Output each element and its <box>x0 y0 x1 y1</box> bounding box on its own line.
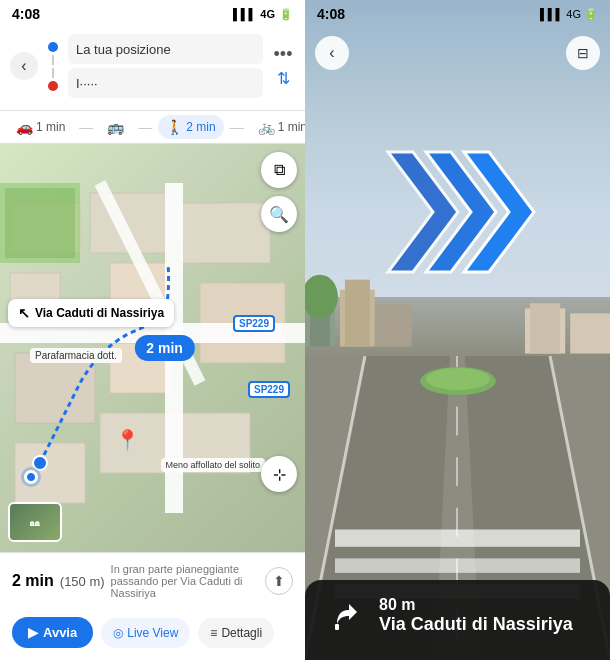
left-panel: 4:08 ▌▌▌ 4G 🔋 ‹ La tua posizione <box>0 0 305 660</box>
signal-icon: ▌▌▌ <box>233 8 256 20</box>
avvia-button[interactable]: ▶ Avvia <box>12 617 93 648</box>
search-row: ‹ La tua posizione I····· ••• <box>10 34 295 98</box>
svg-rect-21 <box>375 304 412 346</box>
right-panel: 4:08 ▌▌▌ 4G 🔋 ‹ ⊟ 80 m Via Caduti di Nas… <box>305 0 610 660</box>
network-right: 4G <box>566 8 581 20</box>
liveview-button[interactable]: ◎ Live View <box>101 618 190 648</box>
avvia-label: Avvia <box>43 625 77 640</box>
destination-input[interactable]: I····· <box>68 68 263 98</box>
layers-icon: ⧉ <box>274 161 285 179</box>
mode-car[interactable]: 🚗 1 min <box>8 115 73 139</box>
street-view-thumbnail[interactable]: 🏘 <box>8 502 62 542</box>
search-bar: ‹ La tua posizione I····· ••• <box>0 28 305 111</box>
sp229-text-2: SP229 <box>254 384 284 395</box>
direction-label: ↖ Via Caduti di Nassiriya <box>8 299 174 327</box>
mode-bike[interactable]: 🚲 1 min <box>250 115 305 139</box>
navigation-card: 80 m Via Caduti di Nassiriya <box>305 580 610 660</box>
action-bar: ▶ Avvia ◎ Live View ≡ Dettagli <box>0 609 305 660</box>
time-bubble-text: 2 min <box>146 340 183 356</box>
svg-rect-24 <box>570 313 610 353</box>
svg-rect-0 <box>10 203 80 253</box>
compass-icon: ⊹ <box>273 465 286 484</box>
share-icon: ⬆ <box>273 573 285 589</box>
route-line2 <box>52 68 54 78</box>
car-icon: 🚗 <box>16 119 33 135</box>
origin-dot <box>48 42 58 52</box>
mode-transit[interactable]: 🚌 <box>99 115 132 139</box>
origin-text: La tua posizione <box>76 42 171 57</box>
signal-bars-right: ▌▌▌ <box>540 8 563 20</box>
menu-icon-right: ⊟ <box>577 45 589 61</box>
network-icon: 4G <box>260 8 275 20</box>
turn-icon: ↖ <box>18 305 30 321</box>
svg-rect-23 <box>530 303 560 353</box>
crowd-label: Meno affollato del solito <box>161 458 265 472</box>
status-icons-left: ▌▌▌ 4G 🔋 <box>233 8 293 21</box>
travel-distance: (150 m) <box>60 574 105 589</box>
separator2: — <box>138 119 152 135</box>
back-button-left[interactable]: ‹ <box>10 52 38 80</box>
travel-time: 2 min <box>12 572 54 590</box>
svg-rect-5 <box>180 203 270 263</box>
more-icon: ••• <box>274 44 293 64</box>
walk-icon: 🚶 <box>166 119 183 135</box>
liveview-label: Live View <box>127 626 178 640</box>
sp229-badge-2: SP229 <box>248 381 290 398</box>
more-button[interactable]: ••• <box>271 44 295 65</box>
svg-point-15 <box>33 456 47 470</box>
nav-distance: 80 m <box>379 596 590 614</box>
origin-input[interactable]: La tua posizione <box>68 34 263 64</box>
svg-rect-1 <box>90 193 170 253</box>
menu-button-right[interactable]: ⊟ <box>566 36 600 70</box>
map-background: ↖ Via Caduti di Nassiriya 2 min SP229 SP… <box>0 144 305 552</box>
status-bar-right: 4:08 ▌▌▌ 4G 🔋 <box>305 0 610 28</box>
dettagli-button[interactable]: ≡ Dettagli <box>198 618 274 648</box>
transport-modes: 🚗 1 min — 🚌 — 🚶 2 min — 🚲 1 min — ✈ <box>0 111 305 144</box>
walk-time: 2 min <box>186 120 215 134</box>
share-button[interactable]: ⬆ <box>265 567 293 595</box>
liveview-icon: ◎ <box>113 626 123 640</box>
bus-icon: 🚌 <box>107 119 124 135</box>
svg-rect-36 <box>335 624 339 630</box>
pharmacy-text: Parafarmacia dott. <box>35 350 117 361</box>
route-dots <box>46 42 60 91</box>
status-time-left: 4:08 <box>12 6 40 22</box>
battery-icon: 🔋 <box>279 8 293 21</box>
svg-rect-10 <box>0 183 80 263</box>
back-icon-right: ‹ <box>329 44 334 62</box>
nav-street-name: Via Caduti di Nassiriya <box>379 614 590 636</box>
battery-right: 🔋 <box>584 8 598 21</box>
svg-rect-11 <box>5 188 75 258</box>
map-search-button[interactable]: 🔍 <box>261 196 297 232</box>
sp229-text-1: SP229 <box>239 318 269 329</box>
navigate-button[interactable]: ⊹ <box>261 456 297 492</box>
turn-right-icon-svg <box>329 600 361 632</box>
turn-direction-icon <box>325 596 365 636</box>
bike-icon: 🚲 <box>258 119 275 135</box>
route-line <box>52 55 54 65</box>
roundabout <box>418 366 498 396</box>
nav-info-block: 80 m Via Caduti di Nassiriya <box>379 596 590 635</box>
svg-rect-20 <box>345 279 370 346</box>
info-main-row: 2 min (150 m) In gran parte pianeggiante… <box>12 563 293 599</box>
mode-walk[interactable]: 🚶 2 min <box>158 115 223 139</box>
bike-time: 1 min <box>278 120 305 134</box>
pharmacy-label: Parafarmacia dott. <box>30 348 122 363</box>
map-area[interactable]: ↖ Via Caduti di Nassiriya 2 min SP229 SP… <box>0 144 305 552</box>
separator3: — <box>230 119 244 135</box>
dettagli-label: Dettagli <box>221 626 262 640</box>
back-button-right[interactable]: ‹ <box>315 36 349 70</box>
live-view-background <box>305 0 610 660</box>
swap-icon: ⇅ <box>277 70 290 87</box>
svg-point-35 <box>426 368 490 390</box>
status-icons-right: ▌▌▌ 4G 🔋 <box>540 8 598 21</box>
status-bar-left: 4:08 ▌▌▌ 4G 🔋 <box>0 0 305 28</box>
layers-button[interactable]: ⧉ <box>261 152 297 188</box>
swap-button[interactable]: ⇅ <box>271 69 295 88</box>
separator1: — <box>79 119 93 135</box>
crowd-text: Meno affollato del solito <box>166 460 260 470</box>
current-location-dot <box>24 470 38 484</box>
ar-arrows <box>378 132 538 292</box>
time-bubble: 2 min <box>134 335 195 361</box>
status-time-right: 4:08 <box>317 6 345 22</box>
